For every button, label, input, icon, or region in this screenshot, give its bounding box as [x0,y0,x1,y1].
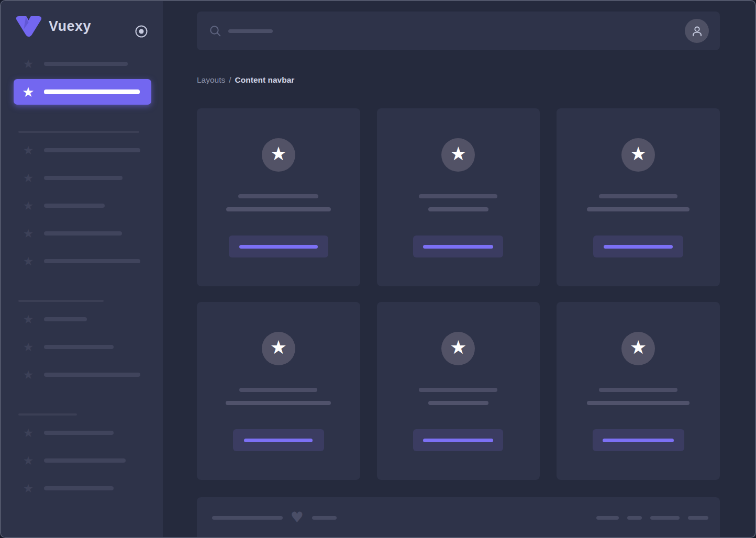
breadcrumb-parent[interactable]: Layouts [197,75,225,85]
menu-label-skeleton [44,458,126,463]
menu-label-skeleton [44,231,122,236]
sidebar-menu-item[interactable]: ★ [1,193,163,218]
star-icon: ★ [22,144,35,156]
sidebar-menu-item[interactable]: ★ [1,420,163,445]
footer-text-skeleton [212,516,283,520]
menu-label-skeleton [44,317,87,321]
card-avatar: ★ [621,138,655,172]
footer-text-skeleton [312,516,337,520]
card-avatar: ★ [621,332,655,365]
brand-name: Vuexy [49,18,91,35]
card-action-button[interactable] [229,236,328,257]
sidebar-menu-item[interactable]: ★ [1,138,163,163]
footer-link-skeleton [627,516,642,520]
card-subtitle-skeleton [226,207,331,211]
menu-label-skeleton [44,176,123,180]
feature-card: ★ [557,108,720,286]
card-action-button[interactable] [413,236,503,257]
card-avatar: ★ [262,332,295,365]
heart-icon: ♥ [291,512,304,523]
card-subtitle-skeleton [226,401,331,405]
card-avatar: ★ [262,138,295,172]
sidebar-nav: ★ ★ ★ ★ ★ ★ ★ ★ ★ ★ ★ ★ ★ [1,51,163,501]
sidebar-section: ★ ★ ★ [1,413,163,501]
sidebar-menu-item[interactable]: ★ [1,165,163,190]
search-icon [209,25,221,37]
star-icon: ★ [450,144,466,163]
sidebar-menu-item[interactable]: ★ [1,51,163,76]
footer-card: ♥ [197,497,720,538]
breadcrumb: Layouts / Content navbar [197,75,720,85]
card-subtitle-skeleton [587,401,690,405]
card-title-skeleton [599,388,677,392]
button-label-skeleton [423,439,493,442]
star-icon: ★ [22,255,35,267]
button-label-skeleton [423,245,493,249]
button-label-skeleton [603,439,674,442]
card-title-skeleton [419,388,497,392]
sidebar-menu-item[interactable]: ★ [1,249,163,274]
card-action-button[interactable] [413,429,503,451]
card-title-skeleton [419,194,497,198]
star-icon: ★ [630,144,647,163]
menu-label-skeleton [44,259,140,263]
radio-circle-icon[interactable] [135,25,148,38]
sidebar-menu-item[interactable]: ★ [1,448,163,473]
user-avatar-button[interactable] [685,19,709,43]
star-icon: ★ [22,368,35,381]
search-placeholder-skeleton [228,29,273,33]
star-icon: ★ [22,58,35,70]
menu-label-skeleton [44,148,140,152]
footer-link-skeleton [596,516,619,520]
card-action-button[interactable] [593,236,683,257]
sidebar-menu-item[interactable]: ★ [1,307,163,332]
section-title-skeleton [18,413,77,416]
star-icon: ★ [22,199,35,212]
star-icon: ★ [22,172,35,184]
feature-card: ★ [557,302,720,480]
search-input[interactable] [209,25,685,37]
card-title-skeleton [239,388,317,392]
feature-card: ★ [197,302,360,480]
vuexy-logo-icon [16,16,42,37]
card-action-button[interactable] [593,429,684,451]
menu-label-skeleton [44,62,128,66]
sidebar-menu-item[interactable]: ★ [1,476,163,501]
card-subtitle-skeleton [587,207,690,211]
sidebar-menu-item[interactable]: ★ [1,221,163,246]
sidebar-menu-item[interactable]: ★ [14,79,151,105]
card-action-button[interactable] [233,429,324,451]
star-icon: ★ [270,338,287,357]
star-icon: ★ [22,454,35,467]
card-avatar: ★ [441,138,475,172]
menu-label-skeleton [44,431,114,435]
footer-link-skeleton [650,516,680,520]
star-icon: ★ [630,338,647,357]
breadcrumb-separator: / [229,75,231,85]
sidebar-section: ★ ★ ★ [1,300,163,387]
footer-links [596,516,708,520]
menu-label-skeleton [44,373,140,377]
logo-link[interactable]: Vuexy [1,1,163,51]
feature-card: ★ [197,108,360,286]
star-icon: ★ [22,313,35,326]
main-content: Layouts / Content navbar ★ ★ ★ [163,1,755,537]
button-label-skeleton [239,245,318,249]
button-label-skeleton [604,245,673,249]
menu-label-skeleton [44,345,114,349]
sidebar-menu-item[interactable]: ★ [1,334,163,360]
star-icon: ★ [450,338,466,357]
section-title-skeleton [18,300,104,302]
menu-label-skeleton [44,486,114,490]
section-title-skeleton [18,131,139,133]
sidebar-menu-item[interactable]: ★ [1,362,163,387]
star-icon: ★ [22,341,35,353]
sidebar: Vuexy ★ ★ ★ ★ ★ ★ ★ ★ ★ [1,1,163,537]
app-window: Vuexy ★ ★ ★ ★ ★ ★ ★ ★ ★ [0,0,756,538]
button-label-skeleton [244,439,313,442]
user-icon [691,25,704,38]
card-subtitle-skeleton [428,401,488,405]
sidebar-section: ★ ★ ★ ★ ★ [1,131,163,274]
feature-card: ★ [377,302,540,480]
menu-label-skeleton [44,89,140,94]
